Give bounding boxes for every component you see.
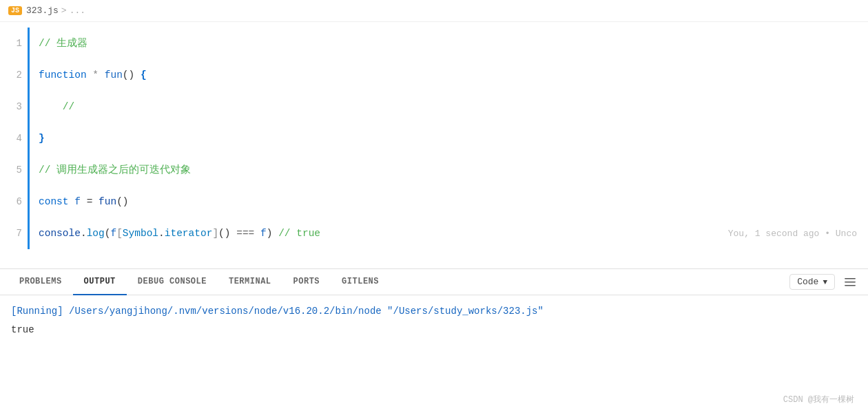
panel-area: PROBLEMS OUTPUT DEBUG CONSOLE TERMINAL P… (0, 269, 868, 413)
code-dropdown-label: Code (797, 277, 818, 287)
chevron-down-icon: ▼ (823, 278, 827, 286)
gutter-1 (28, 28, 30, 59)
code-dropdown[interactable]: Code ▼ (789, 274, 835, 290)
gutter-2 (28, 59, 30, 91)
tab-problems[interactable]: PROBLEMS (8, 269, 73, 295)
code-content-5: // 调用生成器之后的可迭代对象 (30, 154, 857, 186)
panel-tabs: PROBLEMS OUTPUT DEBUG CONSOLE TERMINAL P… (0, 269, 868, 295)
editor-area: JS 323.js > ... 1 // 生成器 2 function * fu… (0, 0, 868, 268)
line-number-2: 2 (0, 70, 28, 81)
line-number-5: 5 (0, 165, 28, 176)
js-badge: JS (8, 6, 22, 15)
code-editor: 1 // 生成器 2 function * fun() { 3 // 4 } 5… (0, 22, 868, 255)
running-line: [Running] /Users/yangjihong/.nvm/version… (11, 304, 857, 319)
gutter-6 (28, 186, 30, 218)
watermark: CSDN @我有一棵树 (783, 394, 854, 405)
code-content-3: // (30, 91, 857, 123)
tab-gitlens[interactable]: GITLENS (331, 269, 390, 295)
svg-rect-0 (845, 278, 856, 279)
code-line-4: 4 } (0, 123, 868, 154)
line-number-3: 3 (0, 101, 28, 112)
code-content-4: } (30, 123, 857, 154)
gutter-4 (28, 123, 30, 154)
code-content-6: const f = fun() (30, 186, 857, 218)
panel-menu-icon[interactable] (840, 273, 860, 292)
git-inline-blame: You, 1 second ago • Unco (728, 229, 857, 239)
gutter-3 (28, 91, 30, 123)
panel-tab-right: Code ▼ (789, 273, 860, 292)
breadcrumb: JS 323.js > ... (0, 0, 868, 22)
line-number-1: 1 (0, 38, 28, 49)
tab-output[interactable]: OUTPUT (73, 269, 127, 295)
code-line-7: 7 console.log(f[Symbol.iterator]() === f… (0, 218, 868, 249)
code-line-5: 5 // 调用生成器之后的可迭代对象 (0, 154, 868, 186)
breadcrumb-ellipsis: ... (70, 6, 85, 16)
tab-ports[interactable]: PORTS (282, 269, 331, 295)
output-line: true (11, 321, 857, 339)
gutter-5 (28, 154, 30, 186)
code-content-2: function * fun() { (30, 59, 857, 91)
file-name: 323.js (26, 6, 59, 16)
svg-rect-1 (845, 282, 856, 283)
panel-content: [Running] /Users/yangjihong/.nvm/version… (0, 295, 868, 348)
code-content-1: // 生成器 (30, 28, 857, 59)
code-content-7: console.log(f[Symbol.iterator]() === f) … (30, 218, 701, 249)
code-line-1: 1 // 生成器 (0, 28, 868, 59)
line-number-6: 6 (0, 196, 28, 207)
code-line-3: 3 // (0, 91, 868, 123)
breadcrumb-separator: > (61, 6, 67, 16)
tab-debug-console[interactable]: DEBUG CONSOLE (127, 269, 218, 295)
code-line-6: 6 const f = fun() (0, 186, 868, 218)
svg-rect-2 (845, 285, 856, 286)
code-line-2: 2 function * fun() { (0, 59, 868, 91)
line-number-7: 7 (0, 228, 28, 239)
gutter-7 (28, 218, 30, 249)
tab-terminal[interactable]: TERMINAL (218, 269, 282, 295)
line-number-4: 4 (0, 133, 28, 144)
